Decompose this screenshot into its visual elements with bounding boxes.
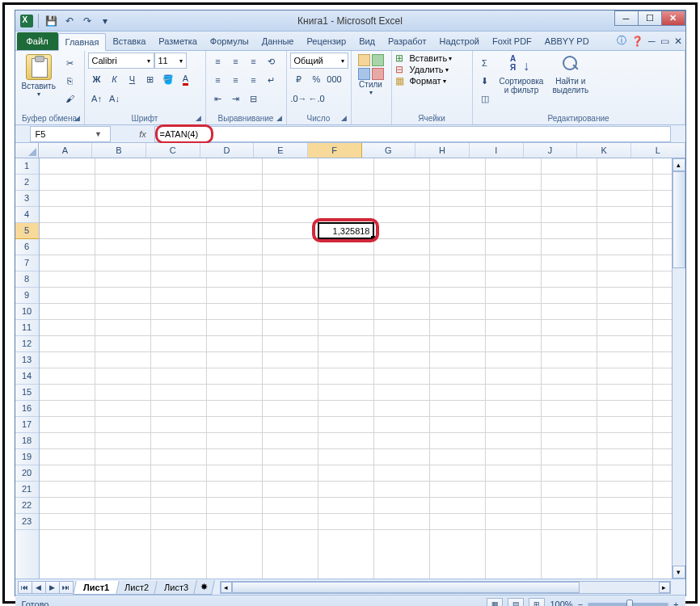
- row-header[interactable]: 10: [15, 304, 39, 320]
- row-header[interactable]: 4: [15, 207, 39, 223]
- number-format-select[interactable]: Общий▾: [290, 53, 348, 69]
- fx-icon[interactable]: fx: [135, 127, 151, 141]
- row-header[interactable]: 17: [15, 417, 39, 433]
- redo-icon[interactable]: ↷: [79, 13, 95, 29]
- clear-icon[interactable]: ◫: [476, 90, 494, 107]
- format-cells-button[interactable]: Формат: [410, 76, 441, 86]
- row-header[interactable]: 3: [15, 191, 39, 207]
- tab-developer[interactable]: Разработ: [382, 32, 432, 50]
- sheet-nav-next-icon[interactable]: ▶: [45, 581, 60, 594]
- new-sheet-icon[interactable]: ✸: [193, 580, 215, 595]
- decrease-font-icon[interactable]: A↓: [106, 90, 124, 107]
- qat-customize-icon[interactable]: ▾: [97, 13, 113, 29]
- cells-area[interactable]: 1,325818: [40, 158, 685, 579]
- align-right-icon[interactable]: ≡: [245, 71, 263, 89]
- column-header[interactable]: E: [254, 143, 308, 158]
- sheet-nav-prev-icon[interactable]: ◀: [32, 581, 46, 594]
- row-header[interactable]: 13: [15, 352, 39, 368]
- view-page-layout-icon[interactable]: ▤: [508, 598, 524, 607]
- zoom-slider-thumb[interactable]: [626, 600, 633, 607]
- column-header[interactable]: G: [362, 143, 416, 158]
- column-header[interactable]: L: [631, 143, 685, 158]
- sheet-tab-3[interactable]: Лист3: [154, 581, 199, 595]
- alignment-launcher-icon[interactable]: ◢: [275, 113, 285, 123]
- mdi-close-icon[interactable]: ✕: [674, 36, 682, 47]
- tab-page-layout[interactable]: Разметка: [152, 32, 204, 50]
- row-header[interactable]: 5: [15, 223, 39, 239]
- tab-formulas[interactable]: Формулы: [204, 32, 255, 50]
- zoom-slider[interactable]: [588, 603, 668, 606]
- active-cell[interactable]: 1,325818: [318, 222, 374, 239]
- sheet-nav-last-icon[interactable]: ⏭: [59, 581, 74, 594]
- tab-abbyy[interactable]: ABBYY PD: [538, 32, 596, 50]
- percent-format-icon[interactable]: %: [308, 70, 326, 88]
- tab-addins[interactable]: Надстрой: [433, 32, 486, 50]
- number-launcher-icon[interactable]: ◢: [339, 113, 349, 123]
- hscroll-thumb[interactable]: [232, 582, 580, 593]
- scroll-down-icon[interactable]: ▾: [673, 566, 685, 579]
- row-header[interactable]: 11: [15, 320, 39, 336]
- sheet-tab-1[interactable]: Лист1: [73, 581, 120, 595]
- help-icon[interactable]: ❓: [631, 36, 643, 47]
- row-header[interactable]: 9: [15, 288, 39, 304]
- row-header[interactable]: 19: [15, 449, 39, 465]
- name-box-dropdown-icon[interactable]: ▼: [92, 130, 105, 138]
- column-header[interactable]: C: [146, 143, 200, 158]
- orientation-icon[interactable]: ⟲: [263, 53, 280, 70]
- copy-icon[interactable]: ⎘: [61, 72, 79, 90]
- increase-decimal-icon[interactable]: .0→: [290, 90, 308, 107]
- row-header[interactable]: 15: [15, 385, 39, 401]
- format-painter-icon[interactable]: 🖌: [61, 90, 79, 107]
- decrease-decimal-icon[interactable]: ←.0: [308, 90, 326, 107]
- align-top-icon[interactable]: ≡: [209, 53, 227, 70]
- tab-home[interactable]: Главная: [58, 33, 107, 51]
- italic-button[interactable]: К: [106, 70, 124, 88]
- row-header[interactable]: 18: [15, 433, 39, 449]
- decrease-indent-icon[interactable]: ⇤: [209, 90, 227, 107]
- close-button[interactable]: ✕: [661, 11, 685, 26]
- column-header[interactable]: I: [470, 143, 524, 158]
- clipboard-launcher-icon[interactable]: ◢: [73, 113, 82, 123]
- row-header[interactable]: 1: [15, 158, 39, 175]
- zoom-out-icon[interactable]: −: [578, 600, 583, 607]
- horizontal-scrollbar[interactable]: ◂ ▸: [220, 581, 671, 594]
- formula-input[interactable]: =ATAN(4): [154, 126, 671, 142]
- scroll-left-icon[interactable]: ◂: [221, 582, 232, 593]
- delete-cells-button[interactable]: Удалить: [410, 65, 444, 74]
- align-middle-icon[interactable]: ≡: [227, 53, 245, 70]
- zoom-level[interactable]: 100%: [550, 600, 572, 607]
- align-left-icon[interactable]: ≡: [209, 71, 227, 89]
- maximize-button[interactable]: ☐: [638, 11, 662, 26]
- name-box[interactable]: F5 ▼: [30, 126, 111, 142]
- border-icon[interactable]: ⊞: [141, 70, 159, 88]
- minimize-button[interactable]: ─: [614, 11, 639, 26]
- row-header[interactable]: 6: [15, 239, 39, 255]
- sheet-tab-2[interactable]: Лист2: [114, 581, 159, 595]
- vscroll-thumb[interactable]: [673, 171, 685, 268]
- cut-icon[interactable]: ✂: [61, 54, 79, 72]
- increase-indent-icon[interactable]: ⇥: [227, 90, 245, 107]
- column-header[interactable]: D: [200, 143, 255, 158]
- scroll-right-icon[interactable]: ▸: [659, 582, 670, 593]
- increase-font-icon[interactable]: A↑: [88, 90, 106, 107]
- font-name-select[interactable]: Calibri▾: [88, 53, 154, 69]
- row-header[interactable]: 23: [15, 514, 39, 530]
- find-select-button[interactable]: Найти и выделить: [549, 53, 592, 96]
- fill-icon[interactable]: ⬇: [476, 72, 494, 90]
- accounting-format-icon[interactable]: ₽: [290, 70, 308, 88]
- column-header[interactable]: A: [39, 143, 93, 158]
- row-header[interactable]: 7: [15, 255, 39, 271]
- underline-button[interactable]: Ч: [124, 70, 141, 88]
- autosum-icon[interactable]: Σ: [476, 54, 494, 72]
- column-header[interactable]: K: [577, 143, 631, 158]
- undo-icon[interactable]: ↶: [61, 13, 78, 29]
- tab-data[interactable]: Данные: [255, 32, 301, 50]
- file-tab[interactable]: Файл: [17, 32, 58, 50]
- tab-view[interactable]: Вид: [352, 32, 382, 50]
- paste-button[interactable]: Вставить ▾: [19, 53, 59, 99]
- view-normal-icon[interactable]: ▦: [487, 598, 503, 607]
- zoom-in-icon[interactable]: +: [673, 600, 678, 607]
- font-size-select[interactable]: 11▾: [154, 53, 187, 69]
- mdi-minimize-icon[interactable]: ─: [648, 36, 656, 47]
- column-header[interactable]: H: [415, 143, 470, 158]
